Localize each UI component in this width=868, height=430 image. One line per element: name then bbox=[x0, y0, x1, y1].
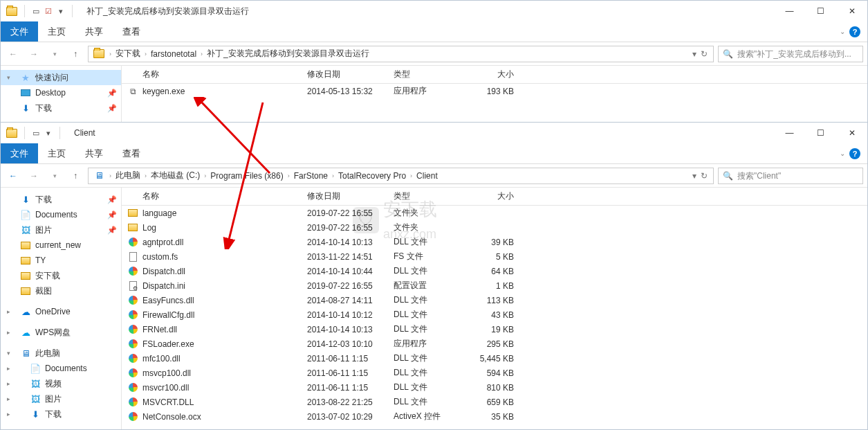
titlebar[interactable]: ▭ ▾ Client — ☐ ✕ bbox=[1, 123, 867, 143]
sidebar-item[interactable]: ▸安下载 bbox=[1, 268, 121, 283]
chevron-icon[interactable]: › bbox=[107, 51, 114, 57]
sidebar-item[interactable]: ▸current_new bbox=[1, 238, 121, 253]
sidebar-item[interactable]: ▸⬇下载📌 bbox=[1, 192, 121, 207]
nav-history-button[interactable]: ▾ bbox=[46, 168, 63, 184]
file-row[interactable]: FSLoader.exe2014-12-03 10:10应用程序295 KB bbox=[122, 337, 867, 351]
breadcrumb-seg[interactable]: 本地磁盘 (C:) bbox=[149, 170, 201, 181]
close-button[interactable]: ✕ bbox=[836, 1, 867, 21]
col-type[interactable]: 类型 bbox=[388, 69, 464, 80]
col-type[interactable]: 类型 bbox=[388, 190, 464, 202]
chevron-icon[interactable]: › bbox=[198, 51, 205, 57]
ribbon-tab-home[interactable]: 主页 bbox=[38, 143, 75, 163]
col-name[interactable]: 名称 bbox=[122, 69, 302, 80]
breadcrumb-seg[interactable]: FarStone bbox=[293, 171, 329, 181]
col-size[interactable]: 大小 bbox=[464, 190, 519, 202]
sidebar-item[interactable]: ▸截图 bbox=[1, 283, 121, 298]
breadcrumb-seg[interactable]: TotalRecovery Pro bbox=[337, 171, 407, 181]
breadcrumb-seg[interactable]: 补丁_安装完成后移动到安装源目录双击运行 bbox=[205, 48, 371, 60]
tree-caret-icon[interactable]: ▸ bbox=[5, 308, 12, 315]
chevron-icon[interactable]: › bbox=[407, 172, 415, 179]
breadcrumb-seg[interactable]: farstonetotal bbox=[149, 49, 198, 59]
file-row[interactable]: NetConsole.ocx2013-07-02 10:29ActiveX 控件… bbox=[122, 409, 867, 424]
col-size[interactable]: 大小 bbox=[464, 69, 519, 80]
file-row[interactable]: FirewallCfg.dll2014-10-14 10:12DLL 文件43 … bbox=[122, 307, 867, 322]
file-row[interactable]: custom.fs2013-11-22 14:51FS 文件5 KB bbox=[122, 249, 867, 264]
ribbon-tab-home[interactable]: 主页 bbox=[38, 21, 75, 42]
tree-caret-icon[interactable]: ▸ bbox=[5, 411, 12, 418]
column-headers[interactable]: 名称 修改日期 类型 大小 bbox=[122, 66, 867, 84]
nav-forward-button[interactable]: → bbox=[26, 168, 42, 184]
ribbon-tab-share[interactable]: 共享 bbox=[75, 21, 113, 42]
nav-forward-button[interactable]: → bbox=[26, 46, 42, 62]
nav-history-button[interactable]: ▾ bbox=[46, 46, 63, 62]
file-row[interactable]: mfc100.dll2011-06-11 1:15DLL 文件5,445 KB bbox=[122, 351, 867, 366]
file-row[interactable]: FRNet.dll2014-10-14 10:13DLL 文件19 KB bbox=[122, 322, 867, 337]
tree-caret-icon[interactable]: ▸ bbox=[5, 380, 12, 387]
sidebar-item[interactable]: ▸🖼视频 bbox=[1, 376, 121, 391]
qat-properties-icon[interactable]: ▭ bbox=[32, 129, 40, 137]
chevron-icon[interactable]: › bbox=[285, 172, 293, 179]
sidebar-item[interactable]: ▸☁OneDrive bbox=[1, 304, 121, 319]
sidebar-item[interactable]: ▸TY bbox=[1, 253, 121, 268]
breadcrumb-dropdown-icon[interactable]: ▾ bbox=[692, 171, 696, 181]
qat-dropdown-icon[interactable]: ▾ bbox=[57, 7, 65, 15]
minimize-button[interactable]: — bbox=[774, 1, 805, 21]
ribbon-tab-view[interactable]: 查看 bbox=[113, 21, 150, 42]
ribbon-file-tab[interactable]: 文件 bbox=[1, 143, 38, 163]
file-row[interactable]: ⧉keygen.exe2014-05-13 15:32应用程序193 KB bbox=[122, 84, 867, 98]
search-input[interactable] bbox=[737, 171, 858, 181]
file-row[interactable]: MSVCRT.DLL2013-08-22 21:25DLL 文件659 KB bbox=[122, 395, 867, 409]
chevron-icon[interactable]: › bbox=[107, 172, 114, 179]
file-row[interactable]: msvcr100.dll2011-06-11 1:15DLL 文件810 KB bbox=[122, 380, 867, 395]
ribbon-expand-icon[interactable]: ⌄ bbox=[840, 150, 845, 157]
col-date[interactable]: 修改日期 bbox=[302, 69, 388, 80]
chevron-icon[interactable]: › bbox=[142, 172, 149, 179]
column-headers[interactable]: 名称 修改日期 类型 大小 bbox=[122, 188, 867, 206]
pin-icon[interactable]: 📌 bbox=[107, 226, 117, 235]
sidebar-item[interactable]: ▸📄Documents📌 bbox=[1, 207, 121, 222]
file-row[interactable]: Log2019-07-22 16:55文件夹 bbox=[122, 220, 867, 235]
pin-icon[interactable]: 📌 bbox=[107, 195, 117, 204]
help-icon[interactable]: ? bbox=[849, 26, 860, 37]
sidebar-item[interactable]: ▸☁WPS网盘 bbox=[1, 325, 121, 340]
nav-sidebar[interactable]: ▾★快速访问▸Desktop📌▸⬇下载📌 bbox=[1, 66, 122, 124]
sidebar-item[interactable]: ▸🖼图片 bbox=[1, 391, 121, 406]
sidebar-item[interactable]: ▸🖼图片📌 bbox=[1, 222, 121, 238]
tree-caret-icon[interactable]: ▸ bbox=[5, 395, 12, 402]
maximize-button[interactable]: ☐ bbox=[805, 1, 836, 21]
search-box[interactable]: 🔍 bbox=[718, 168, 863, 184]
file-row[interactable]: agntprot.dll2014-10-14 10:13DLL 文件39 KB bbox=[122, 235, 867, 249]
col-name[interactable]: 名称 bbox=[122, 190, 302, 202]
breadcrumb[interactable]: 🖥 › 此电脑 › 本地磁盘 (C:) › Program Files (x86… bbox=[88, 168, 714, 184]
nav-back-button[interactable]: ← bbox=[5, 46, 21, 62]
sidebar-item[interactable]: ▸⬇下载 bbox=[1, 406, 121, 422]
breadcrumb-seg[interactable]: Client bbox=[415, 171, 439, 181]
breadcrumb[interactable]: › 安下载 › farstonetotal › 补丁_安装完成后移动到安装源目录… bbox=[88, 46, 714, 62]
pin-icon[interactable]: 📌 bbox=[107, 210, 117, 220]
tree-caret-icon[interactable]: ▾ bbox=[5, 350, 12, 357]
refresh-icon[interactable]: ↻ bbox=[701, 171, 708, 181]
sidebar-item[interactable]: ▾🖥此电脑 bbox=[1, 346, 121, 361]
qat-checkbox-icon[interactable]: ☑ bbox=[44, 7, 53, 15]
sidebar-item[interactable]: ▸⬇下载📌 bbox=[1, 100, 121, 116]
sidebar-item[interactable]: ▾★快速访问 bbox=[1, 70, 121, 85]
tree-caret-icon[interactable]: ▸ bbox=[5, 329, 12, 336]
file-row[interactable]: Dispatch.dll2014-10-14 10:44DLL 文件64 KB bbox=[122, 264, 867, 278]
search-input[interactable] bbox=[737, 49, 858, 59]
qat-dropdown-icon[interactable]: ▾ bbox=[44, 129, 53, 137]
ribbon-tab-view[interactable]: 查看 bbox=[113, 143, 150, 163]
help-icon[interactable]: ? bbox=[849, 148, 860, 159]
chevron-icon[interactable]: › bbox=[201, 172, 209, 179]
ribbon-file-tab[interactable]: 文件 bbox=[1, 21, 38, 42]
titlebar[interactable]: ▭ ☑ ▾ 补丁_安装完成后移动到安装源目录双击运行 — ☐ ✕ bbox=[1, 1, 867, 21]
pin-icon[interactable]: 📌 bbox=[107, 104, 117, 113]
tree-caret-icon[interactable]: ▾ bbox=[5, 74, 12, 81]
nav-back-button[interactable]: ← bbox=[5, 168, 21, 184]
file-row[interactable]: Dispatch.ini2019-07-22 16:55配置设置1 KB bbox=[122, 278, 867, 293]
breadcrumb-seg[interactable]: Program Files (x86) bbox=[209, 171, 284, 181]
file-row[interactable]: msvcp100.dll2011-06-11 1:15DLL 文件594 KB bbox=[122, 366, 867, 380]
nav-up-button[interactable]: ↑ bbox=[67, 46, 84, 62]
col-date[interactable]: 修改日期 bbox=[302, 190, 388, 202]
file-row[interactable]: EasyFuncs.dll2014-08-27 14:11DLL 文件113 K… bbox=[122, 293, 867, 307]
file-row[interactable]: language2019-07-22 16:55文件夹 bbox=[122, 206, 867, 220]
